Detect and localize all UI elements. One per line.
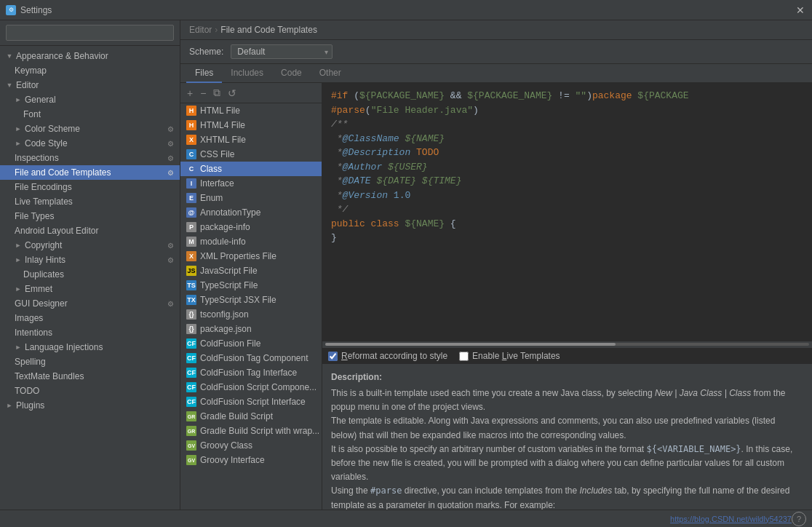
file-item-cf-script-interface[interactable]: CF ColdFusion Script Interface bbox=[180, 395, 322, 409]
sidebar-item-todo[interactable]: TODO bbox=[0, 384, 180, 398]
code-line-11: } bbox=[331, 231, 803, 245]
sidebar-item-textmate-bundles[interactable]: TextMate Bundles bbox=[0, 369, 180, 384]
file-item-cf-tag-component[interactable]: CF ColdFusion Tag Component bbox=[180, 351, 322, 365]
sidebar-item-intentions[interactable]: Intentions bbox=[0, 325, 180, 340]
titlebar: ⚙ Settings ✕ bbox=[0, 0, 812, 20]
file-item-typescript-jsx[interactable]: TX TypeScript JSX File bbox=[180, 293, 322, 307]
file-item-gradle[interactable]: GR Gradle Build Script bbox=[180, 409, 322, 424]
sidebar-item-general[interactable]: General bbox=[0, 92, 180, 107]
live-templates-label: Enable Live Templates bbox=[472, 351, 560, 361]
file-item-annotation[interactable]: @ AnnotationType bbox=[180, 205, 322, 220]
sidebar-item-editor[interactable]: Editor bbox=[0, 78, 180, 92]
window-title: Settings bbox=[20, 5, 795, 15]
class-file-icon: C bbox=[186, 164, 196, 174]
file-item-javascript[interactable]: JS JavaScript File bbox=[180, 264, 322, 278]
sidebar-item-inspections[interactable]: Inspections ⚙ bbox=[0, 151, 180, 165]
reformat-checkbox-label[interactable]: Reformat according to style bbox=[328, 351, 447, 361]
file-item-xhtml[interactable]: X XHTML File bbox=[180, 132, 322, 147]
sidebar-item-live-templates[interactable]: Live Templates bbox=[0, 194, 180, 209]
file-item-class[interactable]: C Class bbox=[180, 162, 322, 176]
file-item-cf-script-component[interactable]: CF ColdFusion Script Compone... bbox=[180, 380, 322, 395]
copy-template-button[interactable]: ⧉ bbox=[211, 86, 223, 100]
code-line-6: *@Author ${USER} bbox=[331, 160, 803, 175]
tab-includes[interactable]: Includes bbox=[222, 64, 272, 83]
file-item-module-info[interactable]: M module-info bbox=[180, 234, 322, 249]
file-item-html4[interactable]: H HTML4 File bbox=[180, 118, 322, 132]
bottom-link[interactable]: https://blog.CSDN.net/wildly54237 bbox=[670, 515, 792, 523]
pkg-file-icon: P bbox=[186, 222, 196, 232]
close-button[interactable]: ✕ bbox=[795, 4, 806, 16]
sidebar-item-duplicates[interactable]: Duplicates bbox=[0, 267, 180, 282]
file-item-css[interactable]: C CSS File bbox=[180, 147, 322, 162]
file-item-package-json[interactable]: {} package.json bbox=[180, 322, 322, 336]
arrow-icon bbox=[15, 344, 22, 351]
sidebar-item-code-style[interactable]: Code Style ⚙ bbox=[0, 136, 180, 151]
search-input[interactable] bbox=[6, 25, 174, 41]
sidebar-item-file-code-templates[interactable]: File and Code Templates ⚙ bbox=[0, 165, 180, 180]
file-item-groovy-class[interactable]: GV Groovy Class bbox=[180, 438, 322, 453]
arrow-icon bbox=[6, 402, 13, 409]
sidebar-item-spelling[interactable]: Spelling bbox=[0, 354, 180, 369]
sidebar-item-gui-designer[interactable]: GUI Designer ⚙ bbox=[0, 296, 180, 311]
sidebar-item-copyright[interactable]: Copyright ⚙ bbox=[0, 238, 180, 253]
file-item-typescript[interactable]: TS TypeScript File bbox=[180, 278, 322, 293]
live-templates-checkbox[interactable] bbox=[459, 352, 469, 361]
sidebar-item-emmet[interactable]: Emmet bbox=[0, 282, 180, 296]
help-button[interactable]: ? bbox=[792, 512, 806, 526]
scheme-select-wrapper: Default Project ▾ bbox=[231, 44, 333, 59]
interface-file-icon: I bbox=[186, 178, 196, 189]
remove-template-button[interactable]: − bbox=[198, 87, 208, 100]
live-templates-checkbox-label[interactable]: Enable Live Templates bbox=[459, 351, 560, 361]
file-item-package-info[interactable]: P package-info bbox=[180, 220, 322, 234]
sidebar-item-color-scheme[interactable]: Color Scheme ⚙ bbox=[0, 122, 180, 136]
scheme-select[interactable]: Default Project bbox=[231, 44, 333, 59]
gear-icon: ⚙ bbox=[167, 125, 174, 133]
tab-other[interactable]: Other bbox=[311, 64, 350, 83]
reset-template-button[interactable]: ↺ bbox=[226, 87, 239, 100]
arrow-icon bbox=[15, 285, 22, 293]
code-editor[interactable]: #if (${PACKAGE_NAME} && ${PACKAGE_NAME} … bbox=[322, 83, 812, 341]
file-item-enum[interactable]: E Enum bbox=[180, 191, 322, 205]
gradle-wrap-icon: GR bbox=[186, 426, 196, 436]
html-file-icon: H bbox=[186, 106, 196, 116]
cf-file-icon: CF bbox=[186, 338, 196, 349]
sidebar-item-language-injections[interactable]: Language Injections bbox=[0, 340, 180, 354]
sidebar-item-file-types[interactable]: File Types bbox=[0, 209, 180, 223]
tab-files[interactable]: Files bbox=[186, 64, 222, 83]
sidebar-item-inlay-hints[interactable]: Inlay Hints ⚙ bbox=[0, 253, 180, 267]
sidebar-item-file-encodings[interactable]: File Encodings bbox=[0, 180, 180, 194]
tsconfig-file-icon: {} bbox=[186, 309, 196, 320]
file-item-tsconfig[interactable]: {} tsconfig.json bbox=[180, 307, 322, 322]
file-item-groovy-interface[interactable]: GV Groovy Interface bbox=[180, 453, 322, 467]
scheme-label: Scheme: bbox=[189, 47, 223, 57]
scrollbar-track bbox=[325, 343, 809, 346]
cf-tag-component-icon: CF bbox=[186, 353, 196, 363]
breadcrumb-current: File and Code Templates bbox=[220, 25, 317, 35]
file-item-coldfusion[interactable]: CF ColdFusion File bbox=[180, 336, 322, 351]
sidebar-item-appearance[interactable]: Appearance & Behavior bbox=[0, 49, 180, 63]
file-item-xml[interactable]: X XML Properties File bbox=[180, 249, 322, 264]
gear-icon: ⚙ bbox=[167, 300, 174, 308]
tab-code[interactable]: Code bbox=[272, 64, 311, 83]
reformat-checkbox[interactable] bbox=[328, 352, 338, 361]
file-item-html[interactable]: H HTML File bbox=[180, 103, 322, 118]
breadcrumb-separator: › bbox=[215, 25, 218, 35]
horizontal-scrollbar[interactable] bbox=[322, 341, 812, 347]
sidebar-item-images[interactable]: Images bbox=[0, 311, 180, 325]
sidebar-item-android-layout[interactable]: Android Layout Editor bbox=[0, 223, 180, 238]
file-item-gradle-wrap[interactable]: GR Gradle Build Script with wrap... bbox=[180, 424, 322, 438]
file-item-interface[interactable]: I Interface bbox=[180, 176, 322, 191]
annotation-file-icon: @ bbox=[186, 207, 196, 218]
sidebar-item-keymap[interactable]: Keymap bbox=[0, 63, 180, 78]
xml-file-icon: X bbox=[186, 251, 196, 261]
code-line-7: *@DATE ${DATE} ${TIME} bbox=[331, 174, 803, 189]
scrollbar-thumb bbox=[325, 343, 616, 346]
sidebar-item-font[interactable]: Font bbox=[0, 107, 180, 122]
right-panel: Editor › File and Code Templates Scheme:… bbox=[180, 20, 812, 510]
cf-script-interface-icon: CF bbox=[186, 397, 196, 407]
scheme-toolbar: Scheme: Default Project ▾ bbox=[180, 40, 812, 64]
add-template-button[interactable]: + bbox=[185, 87, 195, 100]
sidebar-item-plugins[interactable]: Plugins bbox=[0, 398, 180, 413]
file-item-cf-tag-interface[interactable]: CF ColdFusion Tag Interface bbox=[180, 365, 322, 380]
description-text: This is a built-in template used each ti… bbox=[331, 387, 803, 510]
